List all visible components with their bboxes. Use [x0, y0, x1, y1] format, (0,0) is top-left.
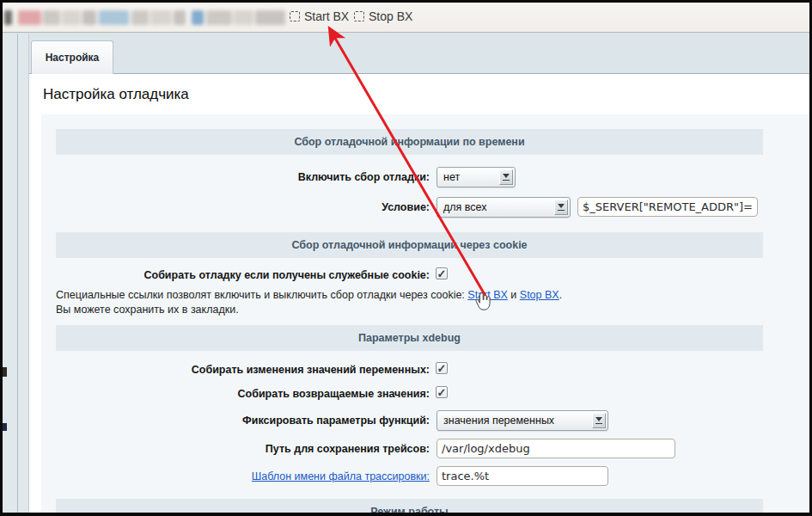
blurred-bookmark [18, 10, 41, 25]
screenshot-border [0, 513, 812, 516]
section-header-xdebug: Параметры xdebug [56, 325, 763, 351]
blurred-favicon [4, 10, 12, 25]
page-title: Настройка отладчика [43, 86, 189, 103]
sidebar-divider [17, 34, 18, 513]
debugger-settings-form: Сбор отладочной информации по времени Вк… [41, 114, 809, 513]
trace-template-help-link[interactable]: Шаблон имени файла трассировки: [252, 470, 430, 482]
left-sidebar-sliver [3, 34, 29, 513]
note-text: . [559, 289, 562, 301]
cookie-note-line2: Вы можете сохранить их в закладки. [56, 304, 239, 316]
blurred-bookmarks [3, 10, 290, 25]
section-title: Сбор отладочной информации по времени [294, 136, 524, 148]
section-title: Сбор отладочной информации через cookie [291, 239, 527, 251]
bookmarks-bar: Start BX Stop BX [3, 3, 809, 33]
trace-template-label: Шаблон имени файла трассировки: [56, 470, 430, 482]
tab-label: Настройка [46, 52, 100, 64]
blurred-bookmark [131, 10, 149, 25]
tab-settings[interactable]: Настройка [31, 40, 113, 74]
clipped-icon [3, 423, 7, 431]
blurred-bookmark [99, 10, 129, 25]
trace-template-input[interactable] [437, 466, 608, 486]
collect-changes-checkbox[interactable]: ✓ [436, 362, 448, 374]
clipped-icon [3, 367, 7, 377]
select-value: значения переменных [443, 415, 554, 427]
collect-returns-label: Собирать возвращаемые значения: [56, 388, 430, 400]
screenshot-border [0, 0, 812, 3]
collect-params-label: Фиксировать параметры функций: [56, 415, 430, 427]
cookie-note-line1: Специальные ссылки позволят включить и в… [56, 289, 562, 301]
condition-select[interactable]: для всех [437, 197, 571, 218]
bookmark-start-bx[interactable]: Start BX [290, 9, 349, 23]
screenshot-root: Start BX Stop BX Настройка Настройка отл… [0, 0, 812, 516]
blurred-bookmark [255, 10, 285, 25]
blurred-bookmark [150, 10, 172, 25]
blurred-bookmark [174, 10, 186, 25]
blurred-bookmark [62, 10, 81, 25]
select-value: нет [443, 171, 460, 183]
section-title: Параметры xdebug [358, 332, 461, 344]
default-favicon-icon [290, 11, 300, 22]
checkmark-icon: ✓ [437, 363, 447, 374]
cookie-collect-label: Собирать отладку если получены служебные… [56, 269, 430, 281]
bookmark-stop-bx[interactable]: Stop BX [354, 9, 412, 23]
note-text: и [508, 289, 520, 301]
content-area: Настройка отладчика Сбор отладочной инфо… [29, 74, 809, 513]
trace-path-input[interactable] [437, 439, 675, 458]
cookie-collect-checkbox[interactable]: ✓ [436, 267, 448, 280]
enable-debug-select[interactable]: нет [437, 167, 516, 187]
blurred-bookmark [82, 10, 96, 25]
checkmark-icon: ✓ [437, 268, 447, 280]
start-bx-link[interactable]: Start BX [467, 289, 508, 301]
collect-changes-label: Собирать изменения значений переменных: [56, 364, 430, 376]
blurred-bookmark [43, 10, 60, 25]
blurred-bookmark [192, 10, 204, 25]
blurred-bookmark [206, 10, 232, 25]
checkmark-icon: ✓ [437, 387, 447, 398]
enable-debug-label: Включить сбор отладки: [56, 171, 430, 183]
dropdown-arrow-icon [592, 413, 606, 428]
screenshot-border [0, 0, 3, 516]
tab-strip: Настройка [29, 34, 809, 74]
note-text: Специальные ссылки позволят включить и в… [56, 289, 467, 301]
bookmark-label: Stop BX [369, 9, 412, 23]
bookmark-label: Start BX [304, 9, 349, 23]
trace-path-label: Путь для сохранения трейсов: [56, 443, 430, 455]
dropdown-arrow-icon [499, 169, 513, 185]
section-header-cookie: Сбор отладочной информации через cookie [56, 232, 763, 258]
dropdown-arrow-icon [554, 200, 568, 215]
condition-label: Условие: [56, 201, 430, 213]
condition-expression-input[interactable] [577, 197, 758, 217]
select-value: для всех [443, 201, 487, 213]
collect-params-select[interactable]: значения переменных [437, 410, 608, 431]
section-header-time: Сбор отладочной информации по времени [56, 129, 763, 155]
collect-returns-checkbox[interactable]: ✓ [436, 386, 448, 398]
blurred-bookmark [234, 10, 253, 25]
default-favicon-icon [354, 11, 364, 22]
stop-bx-link[interactable]: Stop BX [520, 289, 559, 301]
